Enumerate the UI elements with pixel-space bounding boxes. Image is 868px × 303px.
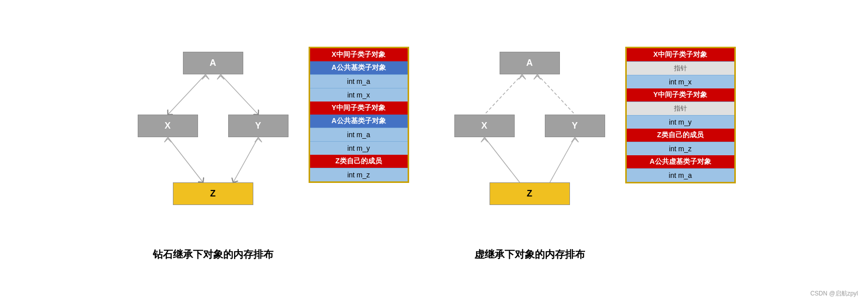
svg-marker-12 <box>519 74 526 79</box>
watermark: CSDN @启航zpyl <box>810 289 858 298</box>
left-mem-header-X: X中间子类子对象 <box>310 48 408 61</box>
svg-marker-4 <box>202 74 209 79</box>
svg-marker-14 <box>481 137 488 142</box>
left-diagram-label: 钻石继承下对象的内存排布 <box>153 248 273 261</box>
svg-marker-7 <box>255 137 262 142</box>
right-mem-header-X: X中间子类子对象 <box>627 48 734 61</box>
left-mem-header-Y: Y中间子类子对象 <box>310 102 408 115</box>
right-mem-header-Y: Y中间子类子对象 <box>627 88 734 102</box>
right-diamond-diagram: A X Y Z <box>449 42 610 243</box>
svg-marker-13 <box>534 74 541 79</box>
right-mem-header-Z: Z类自己的成员 <box>627 129 734 142</box>
left-mem-row-mx: int m_x <box>310 88 408 102</box>
right-diagram-area: A X Y Z <box>449 42 610 261</box>
main-container: A X Y Z <box>0 32 868 271</box>
left-mem-header-AY: A公共基类子对象 <box>310 115 408 128</box>
left-mem-row-ma2: int m_a <box>310 128 408 141</box>
svg-line-11 <box>550 137 575 182</box>
svg-line-8 <box>485 74 522 115</box>
right-mem-row-my: int m_y <box>627 115 734 129</box>
left-node-A: A <box>183 52 243 74</box>
svg-line-3 <box>233 137 258 182</box>
right-node-Y: Y <box>545 115 605 137</box>
left-node-Y: Y <box>228 115 288 137</box>
right-section: A X Y Z <box>449 42 736 261</box>
right-node-A: A <box>500 52 560 74</box>
svg-line-2 <box>168 137 203 182</box>
left-diagram-area: A X Y Z <box>133 42 294 261</box>
left-memory-box: X中间子类子对象 A公共基类子对象 int m_a int m_x Y中间子类子… <box>309 47 409 183</box>
svg-line-1 <box>221 74 258 115</box>
right-node-Z: Z <box>490 182 570 205</box>
right-mem-row-ma: int m_a <box>627 168 734 182</box>
svg-marker-5 <box>217 74 224 79</box>
left-node-Z: Z <box>173 182 253 205</box>
left-diamond-diagram: A X Y Z <box>133 42 294 243</box>
svg-marker-15 <box>571 137 578 142</box>
right-mem-pointer-Y: 指针 <box>627 102 734 115</box>
svg-marker-6 <box>164 137 171 142</box>
left-mem-header-Z: Z类自己的成员 <box>310 155 408 168</box>
right-mem-pointer-X: 指针 <box>627 61 734 75</box>
left-mem-row-mz: int m_z <box>310 168 408 181</box>
left-node-X: X <box>138 115 198 137</box>
right-mem-row-mz: int m_z <box>627 142 734 155</box>
right-mem-header-AV: A公共虚基类子对象 <box>627 155 734 168</box>
left-mem-row-ma1: int m_a <box>310 74 408 88</box>
svg-line-10 <box>485 137 520 182</box>
right-node-X: X <box>454 115 515 137</box>
right-mem-row-mx: int m_x <box>627 75 734 88</box>
left-mem-row-my: int m_y <box>310 141 408 155</box>
right-memory-box: X中间子类子对象 指针 int m_x Y中间子类子对象 指针 int m_y … <box>625 47 736 183</box>
svg-line-9 <box>537 74 575 115</box>
left-mem-header-AX: A公共基类子对象 <box>310 61 408 74</box>
svg-line-0 <box>168 74 206 115</box>
left-section: A X Y Z <box>133 42 409 261</box>
right-diagram-label: 虚继承下对象的内存排布 <box>474 248 585 261</box>
